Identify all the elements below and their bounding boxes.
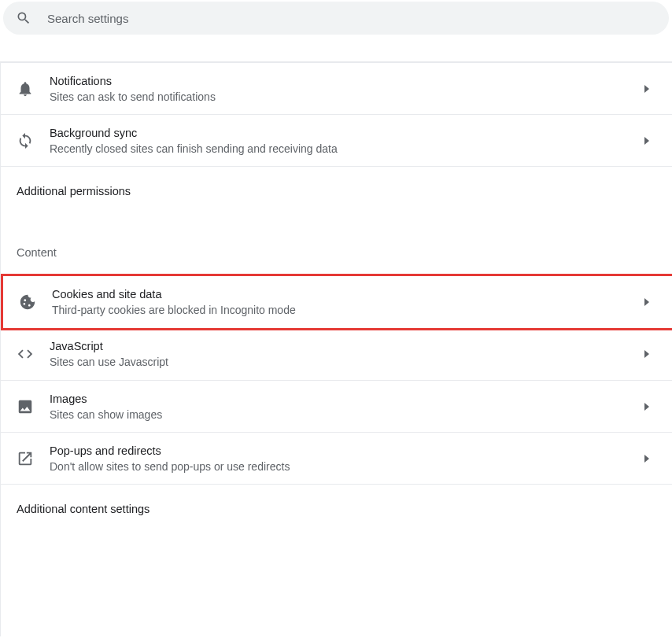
image-icon xyxy=(17,397,50,416)
background-sync-subtitle: Recently closed sites can finish sending… xyxy=(50,142,639,155)
settings-panel: Notifications Sites can ask to send noti… xyxy=(0,61,672,636)
images-subtitle: Sites can show images xyxy=(50,408,639,421)
notifications-subtitle: Sites can ask to send notifications xyxy=(50,90,639,103)
search-bar[interactable] xyxy=(3,2,669,35)
row-texts: Cookies and site data Third-party cookie… xyxy=(52,288,639,316)
row-images[interactable]: Images Sites can show images xyxy=(1,380,672,432)
javascript-subtitle: Sites can use Javascript xyxy=(50,356,639,368)
search-icon xyxy=(16,10,31,26)
row-background-sync[interactable]: Background sync Recently closed sites ca… xyxy=(1,114,672,166)
sync-icon xyxy=(17,131,50,150)
row-popups[interactable]: Pop-ups and redirects Don't allow sites … xyxy=(1,432,672,484)
chevron-right-icon xyxy=(639,294,655,310)
popups-subtitle: Don't allow sites to send pop-ups or use… xyxy=(50,460,639,473)
search-input[interactable] xyxy=(47,12,656,25)
code-icon xyxy=(17,345,50,363)
additional-content-label: Additional content settings xyxy=(17,503,655,515)
row-additional-content[interactable]: Additional content settings xyxy=(1,484,672,533)
chevron-right-icon xyxy=(639,399,655,415)
popup-icon xyxy=(17,449,50,468)
bell-icon xyxy=(17,79,50,98)
row-notifications[interactable]: Notifications Sites can ask to send noti… xyxy=(1,62,672,114)
cookies-subtitle: Third-party cookies are blocked in Incog… xyxy=(52,304,639,316)
highlighted-selection: Cookies and site data Third-party cookie… xyxy=(1,274,672,330)
content-section-header: Content xyxy=(1,215,672,276)
row-texts: Pop-ups and redirects Don't allow sites … xyxy=(50,444,639,473)
additional-permissions-label: Additional permissions xyxy=(17,185,655,197)
images-title: Images xyxy=(50,393,639,405)
chevron-right-icon xyxy=(639,81,655,97)
row-texts: Background sync Recently closed sites ca… xyxy=(50,127,639,155)
row-cookies[interactable]: Cookies and site data Third-party cookie… xyxy=(3,276,672,328)
row-additional-permissions[interactable]: Additional permissions xyxy=(1,166,672,215)
row-texts: JavaScript Sites can use Javascript xyxy=(50,340,639,368)
chevron-right-icon xyxy=(639,451,655,467)
chevron-right-icon xyxy=(639,346,655,362)
javascript-title: JavaScript xyxy=(50,340,639,352)
row-javascript[interactable]: JavaScript Sites can use Javascript xyxy=(1,328,672,380)
popups-title: Pop-ups and redirects xyxy=(50,444,639,457)
row-texts: Notifications Sites can ask to send noti… xyxy=(50,75,639,103)
cookies-title: Cookies and site data xyxy=(52,288,639,301)
background-sync-title: Background sync xyxy=(50,127,639,139)
chevron-right-icon xyxy=(639,133,655,149)
row-texts: Images Sites can show images xyxy=(50,393,639,421)
cookie-icon xyxy=(19,293,52,312)
notifications-title: Notifications xyxy=(50,75,639,87)
